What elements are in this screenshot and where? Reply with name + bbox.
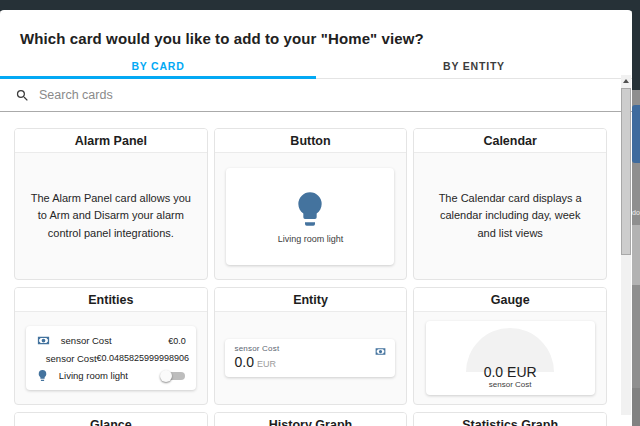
entity-name: sensor Cost: [61, 335, 112, 346]
toggle-switch-off[interactable]: [160, 370, 186, 382]
card-picker-content: Alarm Panel The Alarm Panel card allows …: [0, 112, 632, 426]
lightbulb-icon: [290, 189, 330, 229]
card-title: Entities: [15, 288, 207, 312]
card-title: Button: [215, 129, 407, 153]
entity-unit: EUR: [257, 359, 276, 369]
search-input[interactable]: [39, 88, 632, 102]
entity-row: Living room light: [36, 368, 186, 383]
card-title: Glance: [15, 413, 207, 426]
tab-by-entity[interactable]: BY ENTITY: [316, 53, 632, 79]
cash-icon: [36, 333, 51, 348]
background-text-fragment: do: [632, 209, 640, 217]
preview-entity-name: Living room light: [278, 234, 344, 244]
background-footer-fragment: [632, 388, 640, 426]
scrollbar-up-button[interactable]: [621, 75, 631, 87]
tab-by-entity-label: BY ENTITY: [443, 60, 505, 72]
card-option-history-graph[interactable]: History Graph: [214, 412, 408, 426]
card-title: History Graph: [215, 413, 407, 426]
dialog-title: Which card would you like to add to your…: [20, 30, 612, 47]
entity-name: sensor Cost: [46, 353, 97, 364]
cash-icon: [374, 345, 387, 358]
card-option-gauge[interactable]: Gauge 0.0 EUR sensor Cost: [413, 287, 607, 405]
gauge-label: sensor Cost: [426, 380, 595, 389]
gauge-card-preview: 0.0 EUR sensor Cost: [426, 321, 595, 395]
card-option-alarm-panel[interactable]: Alarm Panel The Alarm Panel card allows …: [14, 128, 208, 280]
toggle-knob: [160, 370, 172, 382]
card-option-glance[interactable]: Glance: [14, 412, 208, 426]
card-grid: Alarm Panel The Alarm Panel card allows …: [14, 128, 607, 426]
entity-state-value: 0.0: [234, 354, 253, 370]
card-title: Statistics Graph: [414, 413, 606, 426]
background-logo-fragment: [632, 105, 640, 163]
entity-value: €0.0485825999998906: [97, 353, 190, 363]
scrollbar-thumb[interactable]: [621, 88, 631, 255]
entities-card-preview: sensor Cost €0.0 sensor Cost €0.04858259…: [26, 326, 196, 390]
background-card-fragment: [632, 225, 640, 285]
card-option-entity[interactable]: Entity sensor Cost 0.0 EUR: [214, 287, 408, 405]
entity-row: sensor Cost €0.0: [36, 333, 186, 348]
card-description: The Alarm Panel card allows you to Arm a…: [15, 190, 207, 241]
card-title: Calendar: [414, 129, 606, 153]
tab-bar: BY CARD BY ENTITY: [0, 53, 632, 79]
card-description: The Calendar card displays a calendar in…: [414, 190, 606, 241]
card-title: Alarm Panel: [15, 129, 207, 153]
search-bar: [0, 79, 632, 112]
card-title: Entity: [215, 288, 407, 312]
entity-value: €0.0: [168, 336, 186, 346]
card-option-button[interactable]: Button Living room light: [214, 128, 408, 280]
add-card-dialog: Which card would you like to add to your…: [0, 10, 632, 426]
card-title: Gauge: [414, 288, 606, 312]
entity-card-preview: sensor Cost 0.0 EUR: [225, 339, 395, 377]
card-option-entities[interactable]: Entities sensor Cost €0.0 sensor Cost €0…: [14, 287, 208, 405]
card-option-calendar[interactable]: Calendar The Calendar card displays a ca…: [413, 128, 607, 280]
search-icon: [15, 88, 30, 103]
background-header-fragment: [632, 0, 640, 90]
button-card-preview: Living room light: [226, 168, 394, 265]
card-option-statistics-graph[interactable]: Statistics Graph: [413, 412, 607, 426]
tab-by-card[interactable]: BY CARD: [0, 53, 316, 79]
dialog-scrollbar[interactable]: [621, 75, 631, 415]
background-page-strip: do: [632, 0, 640, 426]
entity-row: sensor Cost €0.0485825999998906: [36, 351, 186, 366]
entity-name: Living room light: [59, 370, 128, 381]
tab-by-card-label: BY CARD: [131, 60, 184, 72]
lightbulb-icon: [36, 369, 49, 382]
gauge-value: 0.0 EUR: [426, 364, 595, 380]
entity-label: sensor Cost: [234, 344, 386, 353]
